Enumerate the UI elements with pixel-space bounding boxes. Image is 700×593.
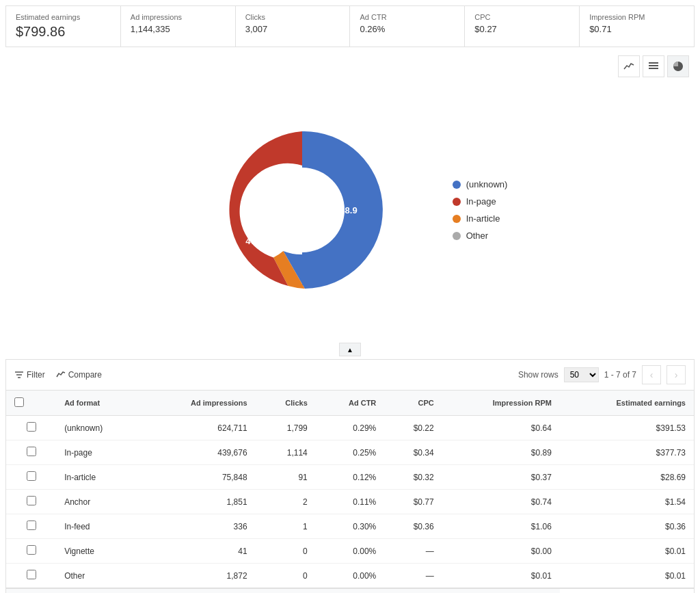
legend-item-other: Other [453,230,508,241]
summary-ad-impressions-value: 1,144,335 [131,24,226,34]
select-all-checkbox[interactable] [14,397,24,407]
table-row: In-page 439,676 1,114 0.25% $0.34 $0.89 … [6,440,694,465]
totals-clicks: 3,007 [142,588,255,593]
totals-cpc: $0.27 [316,588,385,593]
table-body: (unknown) 624,711 1,799 0.29% $0.22 $0.6… [6,416,694,589]
row-checkbox-2 [6,465,56,490]
row-checkbox-6 [6,564,56,589]
row-rpm-5: $0.00 [442,539,560,564]
filter-left: Filter Compare [14,370,102,380]
svg-point-3 [260,168,345,252]
pie-chart-button[interactable] [667,55,689,77]
summary-ad-ctr: Ad CTR 0.26% [350,6,465,47]
row-ctr-0: 0.29% [316,416,385,440]
totals-earnings: $799.86 [442,588,560,593]
svg-rect-1 [649,65,658,66]
donut-chart-svg: 48.9 47.2 [193,101,412,319]
table-row: In-feed 336 1 0.30% $0.36 $1.06 $0.36 [6,514,694,539]
col-clicks: Clicks [256,391,316,416]
row-check-4[interactable] [27,520,36,530]
legend-dot-inarticle [453,215,461,223]
row-cpc-4: $0.36 [384,514,442,539]
legend-dot-inpage [453,198,461,206]
row-checkbox-0 [6,416,56,440]
col-ad-ctr: Ad CTR [316,391,385,416]
table-header-row: Ad format Ad impressions Clicks Ad CTR C… [6,391,694,416]
totals-row: Totals 1,144,335 3,007 0.26% $0.27 $0.71… [6,588,694,593]
row-clicks-6: 0 [256,564,316,589]
summary-impression-rpm-label: Impression RPM [589,13,684,21]
row-ctr-2: 0.12% [316,465,385,490]
row-name-5: Vignette [56,539,142,564]
row-impressions-5: 41 [142,539,255,564]
row-check-5[interactable] [27,545,36,555]
row-checkbox-5 [6,539,56,564]
filter-icon [14,370,24,380]
col-cpc: CPC [384,391,442,416]
row-check-6[interactable] [27,570,36,579]
row-impressions-1: 439,676 [142,440,255,465]
row-clicks-4: 1 [256,514,316,539]
summary-cpc-value: $0.27 [474,24,569,34]
col-estimated-earnings: Estimated earnings [560,391,694,416]
filter-button[interactable]: Filter [14,370,45,380]
row-name-6: Other [56,564,142,589]
chart-legend: (unknown) In-page In-article Other [453,179,508,241]
row-check-0[interactable] [27,422,36,432]
legend-label-other: Other [466,230,489,241]
row-check-3[interactable] [27,496,36,505]
summary-clicks-value: 3,007 [245,24,340,34]
totals-label: Totals [6,588,56,593]
row-earnings-0: $391.53 [560,416,694,440]
collapse-toggle: ▲ [0,340,700,359]
table-row: Vignette 41 0 0.00% — $0.00 $0.01 [6,539,694,564]
row-rpm-6: $0.01 [442,564,560,589]
legend-item-inarticle: In-article [453,213,508,224]
table-row: In-article 75,848 91 0.12% $0.32 $0.37 $… [6,465,694,490]
pagination-prev-button[interactable]: ‹ [642,365,661,384]
filter-bar: Filter Compare Show rows 50 10 25 100 1 … [6,360,694,391]
row-impressions-6: 1,872 [142,564,255,589]
compare-button[interactable]: Compare [56,370,102,380]
summary-cpc-label: CPC [474,13,569,21]
row-checkbox-3 [6,490,56,514]
row-name-3: Anchor [56,490,142,514]
svg-rect-0 [649,62,658,64]
row-check-1[interactable] [27,447,36,456]
table-row: Anchor 1,851 2 0.11% $0.77 $0.74 $1.54 [6,490,694,514]
table-chart-icon [648,61,659,72]
col-ad-impressions: Ad impressions [142,391,255,416]
pagination-next-button[interactable]: › [667,365,686,384]
summary-ad-impressions-label: Ad impressions [131,13,226,21]
collapse-button[interactable]: ▲ [339,343,361,356]
summary-clicks-label: Clicks [245,13,340,21]
row-earnings-4: $0.36 [560,514,694,539]
summary-ad-impressions: Ad impressions 1,144,335 [121,6,236,47]
row-earnings-2: $28.69 [560,465,694,490]
chart-toolbar [0,53,700,80]
legend-item-unknown: (unknown) [453,179,508,189]
row-cpc-5: — [384,539,442,564]
row-rpm-2: $0.37 [442,465,560,490]
row-cpc-0: $0.22 [384,416,442,440]
filter-right: Show rows 50 10 25 100 1 - 7 of 7 ‹ › [518,365,686,384]
data-table: Ad format Ad impressions Clicks Ad CTR C… [6,391,694,593]
table-chart-button[interactable] [643,55,664,77]
blue-pct-label: 48.9 [340,205,357,215]
summary-ad-ctr-label: Ad CTR [360,13,455,21]
line-chart-button[interactable] [618,55,640,77]
row-check-2[interactable] [27,471,36,481]
row-clicks-0: 1,799 [256,416,316,440]
row-ctr-1: 0.25% [316,440,385,465]
row-impressions-2: 75,848 [142,465,255,490]
summary-ad-ctr-value: 0.26% [360,24,455,34]
legend-label-inarticle: In-article [466,213,500,224]
legend-label-unknown: (unknown) [466,179,508,189]
row-ctr-4: 0.30% [316,514,385,539]
row-rpm-3: $0.74 [442,490,560,514]
col-impression-rpm: Impression RPM [442,391,560,416]
row-earnings-1: $377.73 [560,440,694,465]
show-rows-select[interactable]: 50 10 25 100 [564,367,599,382]
chart-area: 48.9 47.2 (unknown) In-page In-article O… [0,80,700,340]
row-ctr-3: 0.11% [316,490,385,514]
